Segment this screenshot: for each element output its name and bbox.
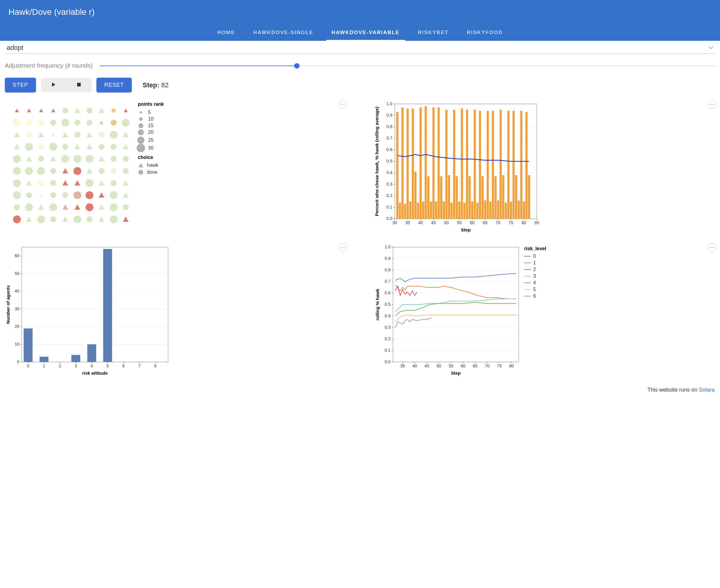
panel-menu-button[interactable] — [707, 243, 716, 252]
stop-icon — [77, 82, 81, 87]
svg-rect-162 — [445, 110, 447, 219]
svg-text:0.8: 0.8 — [385, 267, 391, 272]
svg-text:50: 50 — [436, 363, 441, 368]
svg-text:4: 4 — [91, 363, 93, 368]
svg-text:80: 80 — [521, 220, 526, 225]
svg-rect-182 — [497, 200, 499, 219]
svg-rect-173 — [474, 110, 476, 219]
stop-button[interactable] — [66, 78, 91, 92]
svg-point-20 — [25, 143, 33, 151]
step-button[interactable]: STEP — [5, 78, 36, 92]
svg-text:85: 85 — [534, 220, 539, 225]
svg-point-60 — [37, 215, 45, 223]
svg-text:0: 0 — [533, 253, 536, 259]
svg-point-8 — [26, 120, 32, 126]
svg-rect-194 — [528, 175, 530, 219]
svg-text:15: 15 — [148, 123, 153, 128]
svg-rect-169 — [464, 203, 466, 219]
svg-rect-189 — [515, 175, 517, 219]
panel-menu-button[interactable] — [338, 243, 348, 252]
svg-text:50: 50 — [15, 271, 19, 276]
svg-rect-180 — [492, 111, 494, 219]
svg-point-83 — [712, 104, 713, 105]
tab-riskyfood[interactable]: RISKYFOOD — [461, 25, 508, 41]
svg-rect-178 — [487, 111, 489, 219]
svg-text:8: 8 — [154, 363, 157, 368]
svg-text:points rank: points rank — [138, 102, 164, 107]
svg-rect-168 — [461, 108, 463, 219]
svg-rect-177 — [484, 200, 486, 219]
dots-icon — [341, 247, 346, 248]
svg-point-10 — [50, 120, 56, 126]
svg-point-38 — [99, 168, 105, 174]
svg-text:1.0: 1.0 — [385, 245, 391, 249]
svg-text:75: 75 — [509, 220, 514, 225]
svg-text:75: 75 — [497, 363, 502, 368]
play-button[interactable] — [41, 78, 66, 92]
svg-point-70 — [139, 123, 143, 128]
svg-point-7 — [13, 119, 21, 127]
svg-rect-170 — [466, 110, 468, 219]
svg-text:45: 45 — [425, 363, 429, 368]
svg-text:6: 6 — [533, 293, 536, 298]
svg-rect-181 — [494, 176, 497, 219]
svg-text:20: 20 — [15, 324, 19, 329]
svg-point-14 — [111, 120, 117, 126]
svg-rect-150 — [414, 172, 416, 219]
svg-text:0.5: 0.5 — [385, 302, 391, 307]
svg-point-61 — [50, 216, 56, 223]
svg-rect-188 — [512, 111, 514, 219]
svg-rect-149 — [412, 108, 414, 219]
controls: STEP RESET Step: 82 — [5, 78, 715, 92]
tab-riskybet[interactable]: RISKYBET — [412, 25, 454, 41]
svg-rect-155 — [427, 176, 429, 219]
svg-point-35 — [37, 167, 45, 175]
svg-text:5: 5 — [533, 287, 536, 292]
svg-text:risk attitude: risk attitude — [82, 371, 108, 376]
svg-text:30: 30 — [148, 145, 153, 150]
tab-hawkdove-variable[interactable]: HAWKDOVE-VARIABLE — [326, 25, 405, 41]
svg-point-42 — [38, 180, 44, 186]
svg-point-47 — [26, 192, 32, 198]
adjustment-frequency-slider[interactable] — [100, 63, 715, 69]
svg-text:Number of agents: Number of agents — [5, 285, 11, 324]
svg-text:30: 30 — [392, 220, 397, 225]
reset-button[interactable]: RESET — [97, 78, 132, 92]
svg-rect-148 — [409, 202, 411, 219]
svg-text:0.2: 0.2 — [387, 193, 393, 198]
svg-point-17 — [74, 132, 80, 138]
tab-home[interactable]: HOME — [212, 25, 241, 41]
svg-rect-192 — [523, 202, 525, 219]
topbar: Hawk/Dove (variable r) HOMEHAWKDOVE-SING… — [0, 0, 720, 41]
svg-rect-186 — [507, 111, 509, 219]
tab-hawkdove-single[interactable]: HAWKDOVE-SINGLE — [248, 25, 319, 41]
svg-text:25: 25 — [148, 138, 153, 143]
svg-rect-174 — [476, 203, 478, 219]
panel-menu-button[interactable] — [338, 100, 348, 109]
svg-text:dove: dove — [147, 169, 158, 175]
svg-rect-234 — [87, 344, 96, 362]
footer: This website runs on Solara — [0, 384, 720, 399]
svg-text:40: 40 — [412, 363, 417, 368]
svg-text:60: 60 — [461, 363, 466, 368]
solara-link[interactable]: Solara — [699, 387, 715, 393]
svg-rect-154 — [425, 106, 427, 219]
svg-rect-193 — [525, 112, 528, 219]
svg-point-11 — [61, 119, 69, 127]
svg-point-15 — [122, 119, 130, 127]
svg-rect-226 — [40, 357, 48, 362]
svg-point-32 — [123, 156, 129, 162]
svg-text:40: 40 — [15, 289, 19, 293]
svg-text:10: 10 — [148, 116, 153, 122]
svg-text:0.6: 0.6 — [387, 147, 393, 152]
play-icon — [51, 82, 56, 87]
dots-icon — [709, 247, 714, 248]
panel-menu-button[interactable] — [707, 100, 716, 109]
rolling-lines-panel: 0.00.10.20.30.40.50.60.70.80.91.03540455… — [374, 244, 715, 378]
risk-hist-panel: 0102030405060012345678risk attitudeNumbe… — [5, 244, 346, 378]
svg-text:60: 60 — [470, 220, 475, 225]
svg-point-31 — [111, 156, 117, 162]
mode-select[interactable]: adopt — [5, 41, 715, 54]
svg-text:2: 2 — [533, 267, 536, 272]
svg-point-3 — [345, 104, 346, 105]
